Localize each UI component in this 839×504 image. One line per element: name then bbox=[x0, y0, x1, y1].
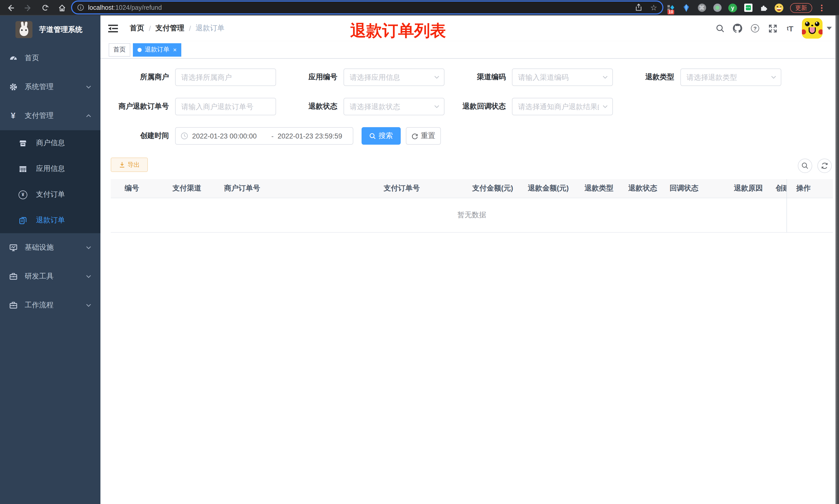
record-glyph bbox=[713, 4, 721, 12]
filter-refund-type: 退款类型 bbox=[616, 69, 781, 86]
date-range-picker[interactable]: 2022-01-23 00:00:00 - 2022-01-23 23:59:5… bbox=[175, 127, 353, 145]
date-end-value[interactable]: 2022-01-23 23:59:59 bbox=[278, 132, 353, 140]
refresh-icon bbox=[42, 4, 49, 11]
emoji-glyph bbox=[774, 3, 783, 12]
sidebar-item-label: 商户信息 bbox=[36, 139, 65, 148]
sidebar-item-devtools[interactable]: 研发工具 bbox=[0, 262, 101, 291]
export-button[interactable]: 导出 bbox=[111, 158, 148, 172]
date-start-value[interactable]: 2022-01-23 00:00:00 bbox=[192, 132, 267, 140]
sidebar-item-label: 工作流程 bbox=[25, 301, 54, 310]
filter-label: 应用编号 bbox=[279, 73, 343, 82]
sidebar-item-merchant-info[interactable]: 商户信息 bbox=[0, 130, 101, 156]
breadcrumb: 首页 / 支付管理 / 退款订单 bbox=[130, 15, 225, 41]
sidebar-logo[interactable]: 芋道管理系统 bbox=[0, 15, 101, 44]
tab-refund-order[interactable]: 退款订单 × bbox=[133, 43, 181, 56]
site-info-icon[interactable] bbox=[77, 4, 84, 11]
filter-label: 渠道编码 bbox=[448, 73, 512, 82]
chevron-down-icon bbox=[86, 302, 92, 308]
filter-owner: 所属商户 bbox=[111, 69, 276, 86]
help-icon[interactable]: ? bbox=[746, 15, 764, 41]
sidebar-item-refund-order[interactable]: 退款订单 bbox=[0, 208, 101, 233]
browser-refresh-button[interactable] bbox=[39, 2, 52, 14]
avatar-caret-icon[interactable] bbox=[827, 27, 832, 30]
channel-select[interactable] bbox=[512, 69, 613, 86]
sidebar: 芋道管理系统 首页 系统管理 ¥ 支付管理 商户信息 bbox=[0, 15, 101, 504]
user-avatar[interactable] bbox=[802, 18, 822, 39]
tab-label: 退款订单 bbox=[145, 45, 169, 54]
refund-table: 编号 支付渠道 商户订单号 支付订单号 支付金额(元) 退款金额(元) 退款类型… bbox=[111, 179, 833, 233]
extensions-puzzle-icon[interactable] bbox=[759, 3, 768, 12]
refund-type-select[interactable] bbox=[680, 69, 781, 86]
extension-command-icon[interactable]: ⌘ bbox=[697, 3, 706, 12]
address-bar[interactable]: localhost:1024/pay/refund ☆ bbox=[72, 2, 662, 13]
extension-chat-icon[interactable]: ••• bbox=[744, 3, 752, 12]
sidebar-item-workflow[interactable]: 工作流程 bbox=[0, 291, 101, 320]
sidebar-item-infra[interactable]: 基础设施 bbox=[0, 233, 101, 262]
sidebar-item-label: 系统管理 bbox=[25, 83, 54, 92]
breadcrumb-separator: / bbox=[189, 24, 191, 32]
sidebar-item-pay-order[interactable]: ¥ 支付订单 bbox=[0, 182, 101, 208]
browser-home-button[interactable] bbox=[56, 2, 68, 14]
filter-row-2: 商户退款订单号 退款状态 退款回调状态 bbox=[111, 98, 616, 115]
extension-record-icon[interactable] bbox=[713, 3, 721, 12]
page-annotation-title: 退款订单列表 bbox=[350, 20, 446, 42]
browser-update-button[interactable]: 更新 bbox=[790, 3, 812, 13]
toolbox-icon bbox=[9, 272, 18, 281]
url-text[interactable]: localhost:1024/pay/refund bbox=[88, 4, 162, 11]
url-host: localhost bbox=[88, 4, 113, 11]
breadcrumb-pay[interactable]: 支付管理 bbox=[156, 24, 184, 33]
sidebar-item-label: 应用信息 bbox=[36, 164, 65, 174]
extension-gem-icon[interactable] bbox=[682, 3, 691, 12]
browser-menu-button[interactable] bbox=[819, 4, 825, 11]
sidebar-item-label: 首页 bbox=[25, 54, 39, 63]
forward-icon bbox=[24, 4, 32, 12]
navbar: 首页 / 支付管理 / 退款订单 退款订单列表 ? tT bbox=[101, 15, 839, 41]
browser-forward-button[interactable] bbox=[22, 2, 34, 14]
window-scrollbar[interactable] bbox=[835, 15, 839, 504]
app-select[interactable] bbox=[343, 69, 445, 86]
tab-close-icon[interactable]: × bbox=[173, 47, 177, 53]
refresh-table-button[interactable] bbox=[817, 159, 832, 173]
github-icon[interactable] bbox=[729, 15, 746, 41]
filter-label: 商户退款订单号 bbox=[111, 102, 175, 111]
puzzle-glyph bbox=[760, 4, 767, 12]
reset-icon bbox=[411, 132, 418, 139]
callback-status-select[interactable] bbox=[512, 98, 613, 115]
sidebar-item-pay[interactable]: ¥ 支付管理 bbox=[0, 102, 101, 130]
extension-blocks-icon[interactable]: 10 bbox=[666, 3, 675, 12]
reset-button[interactable]: 重置 bbox=[406, 127, 441, 145]
sidebar-item-label: 基础设施 bbox=[25, 243, 54, 252]
fullscreen-icon[interactable] bbox=[764, 15, 781, 41]
tab-home[interactable]: 首页 bbox=[109, 43, 130, 56]
sidebar-item-app-info[interactable]: 应用信息 bbox=[0, 156, 101, 182]
documents-icon bbox=[19, 216, 27, 224]
breadcrumb-home[interactable]: 首页 bbox=[130, 24, 144, 33]
extension-y-icon[interactable]: y bbox=[728, 3, 737, 12]
filter-label: 退款回调状态 bbox=[448, 102, 512, 111]
owner-select[interactable] bbox=[175, 69, 276, 86]
refund-status-select[interactable] bbox=[343, 98, 445, 115]
browser-back-button[interactable] bbox=[4, 2, 17, 14]
share-icon[interactable] bbox=[635, 4, 642, 11]
search-icon[interactable] bbox=[711, 15, 729, 41]
column-header-pay-order-no: 支付订单号 bbox=[378, 184, 467, 193]
dashboard-icon bbox=[9, 54, 18, 62]
search-button[interactable]: 搜索 bbox=[361, 127, 401, 145]
clock-icon bbox=[181, 132, 188, 140]
bookmark-star-icon[interactable]: ☆ bbox=[650, 4, 657, 11]
gem-glyph bbox=[683, 4, 690, 12]
font-size-icon[interactable]: tT bbox=[781, 15, 799, 41]
export-button-label: 导出 bbox=[127, 160, 140, 169]
sidebar-fold-icon[interactable] bbox=[108, 24, 118, 33]
merchant-refund-no-input[interactable] bbox=[175, 98, 276, 115]
extension-emoji-icon[interactable] bbox=[774, 3, 783, 12]
sidebar-item-label: 退款订单 bbox=[36, 216, 65, 225]
sidebar-item-system[interactable]: 系统管理 bbox=[0, 73, 101, 102]
extensions-row: 10 ⌘ y ••• 更新 bbox=[666, 0, 825, 15]
table-empty-state: 暂无数据 bbox=[111, 198, 833, 233]
sidebar-item-home[interactable]: 首页 bbox=[0, 44, 101, 73]
show-search-toggle-button[interactable] bbox=[798, 159, 812, 173]
filter-row-3: 创建时间 2022-01-23 00:00:00 - 2022-01-23 23… bbox=[111, 127, 441, 145]
briefcase-icon bbox=[9, 301, 18, 309]
reset-button-label: 重置 bbox=[421, 131, 435, 141]
